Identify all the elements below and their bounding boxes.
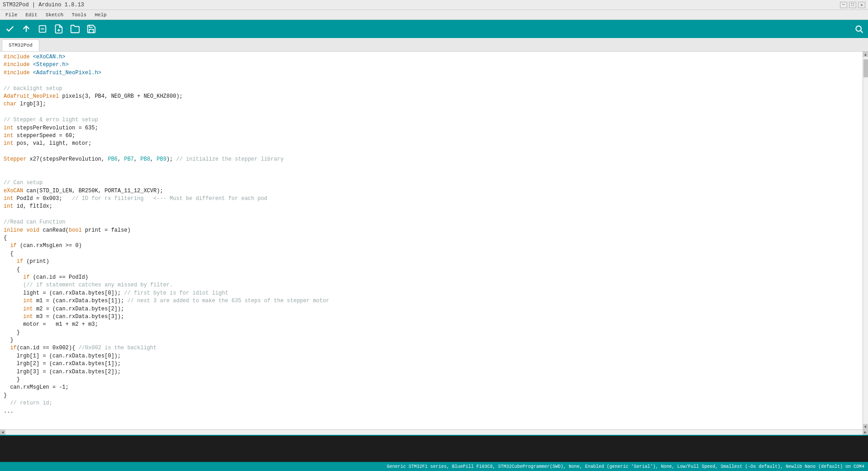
verify-button[interactable] [3, 22, 17, 36]
status-right: Generic STM32F1 series, BluePill F103C8,… [387, 464, 864, 469]
code-line: int pos, val, light, motor; [4, 140, 859, 147]
svg-point-5 [856, 26, 861, 31]
code-line: if (print) [4, 258, 859, 266]
new-icon [54, 24, 64, 34]
code-line: #include <Adafruit_NeoPixel.h> [4, 69, 859, 77]
tabs-bar: STM32Pod [0, 38, 868, 52]
code-line: } [4, 337, 859, 344]
code-line: int m1 = (can.rxData.bytes[1]); // next … [4, 297, 859, 305]
code-line: int stepperSpeed = 60; [4, 132, 859, 140]
search-icon [854, 24, 863, 33]
toolbar [0, 20, 868, 38]
code-line: { [4, 234, 859, 242]
code-line [4, 109, 859, 116]
menu-sketch[interactable]: Sketch [42, 11, 67, 19]
code-line: (// if statement catches any missed by f… [4, 281, 859, 289]
code-line: { [4, 266, 859, 274]
tab-stm32pod[interactable]: STM32Pod [2, 39, 39, 51]
code-line: } [4, 376, 859, 384]
code-line: int PodId = 0x003; // ID for rx filterin… [4, 195, 859, 203]
new-button[interactable] [52, 22, 66, 36]
code-content: #include <eXoCAN.h>#include <Stepper.h>#… [0, 52, 863, 417]
title-bar-title: STM32Pod | Arduino 1.8.13 [3, 2, 84, 8]
code-line: if (can.id == PodId) [4, 274, 859, 281]
code-line: motor = m1 + m2 + m3; [4, 321, 859, 328]
upload-icon [21, 24, 31, 34]
code-line: // Can setup [4, 179, 859, 187]
code-line: light = (can.rxData.bytes[0]); // first … [4, 290, 859, 297]
code-line: // backlight setup [4, 85, 859, 93]
upload-button[interactable] [19, 22, 33, 36]
code-line [4, 77, 859, 85]
code-line [4, 211, 859, 219]
code-line: int id, fltIdx; [4, 203, 859, 210]
code-line: } [4, 329, 859, 337]
code-line: if (can.rxMsgLen >= 0) [4, 242, 859, 250]
search-button[interactable] [853, 23, 865, 35]
open-icon [70, 24, 80, 34]
code-line: lrgb[2] = (can.rxData.bytes[1]); [4, 360, 859, 368]
code-line: int stepsPerRevolution = 635; [4, 124, 859, 132]
vertical-scrollbar[interactable]: ▲ ▼ [863, 52, 868, 429]
code-line: char lrgb[3]; [4, 100, 859, 108]
code-line: } [4, 392, 859, 400]
code-line: Adafruit_NeoPixel pixels(3, PB4, NEO_GRB… [4, 93, 859, 100]
scroll-thumb[interactable] [863, 59, 868, 77]
menu-tools[interactable]: Tools [68, 11, 90, 19]
verify-icon [5, 24, 15, 34]
title-bar: STM32Pod | Arduino 1.8.13 ─ □ ✕ [0, 0, 868, 10]
scroll-up-arrow[interactable]: ▲ [863, 52, 868, 57]
code-line: lrgb[1] = (can.rxData.bytes[0]); [4, 352, 859, 360]
code-line: { [4, 250, 859, 258]
menu-edit[interactable]: Edit [22, 11, 41, 19]
svg-line-6 [861, 31, 863, 33]
code-line: if(can.id == 0x002){ //0x002 is the back… [4, 344, 859, 352]
console-area [0, 435, 868, 462]
debug-button[interactable] [35, 22, 50, 36]
code-line: #include <Stepper.h> [4, 61, 859, 69]
menu-file[interactable]: File [2, 11, 21, 19]
horizontal-scrollbar[interactable]: ◄ ► [0, 429, 868, 435]
code-line: //Read can Function [4, 219, 859, 226]
maximize-button[interactable]: □ [849, 2, 856, 8]
code-line: // return id; [4, 400, 859, 407]
editor-container: #include <eXoCAN.h>#include <Stepper.h>#… [0, 52, 868, 429]
save-icon [86, 24, 96, 34]
scroll-down-arrow[interactable]: ▼ [863, 424, 868, 429]
code-line: Stepper x27(stepsPerRevolution, PB6, PB7… [4, 156, 859, 163]
code-line: int m2 = (can.rxData.bytes[2]); [4, 305, 859, 313]
code-line: #include <eXoCAN.h> [4, 53, 859, 61]
status-bar: Generic STM32F1 series, BluePill F103C8,… [0, 462, 868, 471]
code-line: ... [4, 408, 859, 415]
code-line: int m3 = (can.rxData.bytes[3]); [4, 313, 859, 321]
code-editor[interactable]: #include <eXoCAN.h>#include <Stepper.h>#… [0, 52, 863, 429]
code-line [4, 163, 859, 171]
hscroll-track[interactable] [5, 430, 863, 435]
title-bar-controls: ─ □ ✕ [840, 2, 865, 8]
code-line [4, 148, 859, 156]
debug-icon [38, 24, 47, 34]
code-line: inline void canRead(bool print = false) [4, 227, 859, 234]
scroll-track[interactable] [863, 57, 868, 424]
menu-bar: File Edit Sketch Tools Help [0, 10, 868, 20]
close-button[interactable]: ✕ [858, 2, 865, 8]
code-line: lrgb[3] = (can.rxData.bytes[2]); [4, 368, 859, 376]
open-button[interactable] [68, 22, 82, 36]
code-line [4, 171, 859, 179]
toolbar-right [853, 23, 865, 35]
scroll-right-arrow[interactable]: ► [863, 430, 868, 435]
code-line: can.rxMsgLen = -1; [4, 384, 859, 391]
code-line: // Stepper & erro light setup [4, 116, 859, 124]
scroll-left-arrow[interactable]: ◄ [0, 430, 5, 435]
menu-help[interactable]: Help [91, 11, 110, 19]
tab-label: STM32Pod [9, 43, 33, 48]
code-line: eXoCAN can(STD_ID_LEN, BR250K, PORTA_11_… [4, 187, 859, 195]
save-button[interactable] [84, 22, 99, 36]
minimize-button[interactable]: ─ [840, 2, 847, 8]
